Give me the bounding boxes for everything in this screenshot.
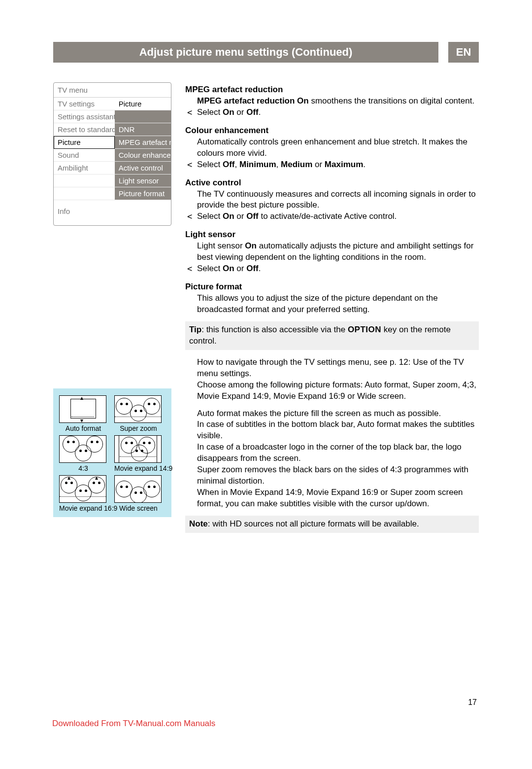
pformat-auto3: In case of a broadcaster logo in the cor… [197, 442, 479, 464]
tip-box: Tip: this function is also accessible vi… [185, 321, 479, 350]
menu-item-sound[interactable]: Sound [54, 149, 115, 162]
tv-menu-panel: TV menu TV settings Settings assistant R… [53, 82, 171, 226]
submenu-active-control[interactable]: Active control [115, 162, 171, 175]
menu-item-blank [54, 187, 115, 200]
note-box: Note: with HD sources not all picture fo… [185, 516, 479, 533]
pformat-choose: Choose among the following picture forma… [197, 380, 479, 402]
thumb-movie-16-9: ▴ ▴ [59, 475, 106, 503]
pformat-movie: When in Movie Expand 14:9, Movie Expand … [197, 487, 479, 510]
thumb-wide-screen [114, 475, 162, 503]
menu-item-ambilight[interactable]: Ambilight [54, 162, 115, 175]
thumb-label: 4:3 [59, 464, 107, 472]
menu-item-blank [54, 175, 115, 187]
thumb-label: Movie expand 16:9 [59, 504, 107, 512]
thumb-label: Auto format [59, 424, 107, 432]
section-title-pformat: Picture format [185, 281, 479, 293]
submenu-current[interactable]: ............ [115, 110, 171, 123]
pformat-auto2: In case of subtitles in the bottom black… [197, 419, 479, 442]
tv-menu-title: TV menu [54, 83, 171, 98]
section-title-colour: Colour enhancement [185, 125, 479, 137]
body-text-column: MPEG artefact reduction MPEG artefact re… [185, 82, 479, 540]
colour-bullet: Select Off, Minimum, Medium or Maximum. [197, 159, 479, 171]
menu-item-reset[interactable]: Reset to standard [54, 123, 115, 136]
submenu-colour-enhance[interactable]: Colour enhancem.. [115, 149, 171, 162]
thumb-label: Wide screen [114, 504, 163, 512]
pformat-auto1: Auto format makes the picture fill the s… [197, 408, 479, 419]
menu-col-a-header: TV settings [54, 98, 115, 110]
thumb-movie-14-9 [114, 435, 162, 463]
thumb-label: Super zoom [114, 424, 163, 432]
thumb-4-3 [59, 435, 106, 463]
light-body: Light sensor On automatically adjusts th… [197, 241, 479, 263]
title-bar: Adjust picture menu settings (Continued)… [53, 42, 479, 63]
section-title-light: Light sensor [185, 229, 479, 241]
mpeg-bullet: Select On or Off. [197, 107, 479, 118]
menu-info-label: Info [54, 200, 171, 225]
thumb-label: Movie expand 14:9 [114, 464, 163, 472]
footer-download-link[interactable]: Downloaded From TV-Manual.com Manuals [52, 719, 215, 729]
thumb-super-zoom [114, 395, 162, 423]
submenu-light-sensor[interactable]: Light sensor [115, 175, 171, 187]
submenu-dnr[interactable]: DNR [115, 123, 171, 136]
menu-col-b-header: Picture [115, 98, 171, 110]
light-bullet: Select On or Off. [197, 263, 479, 275]
thumb-auto-format: ▴ ▾ [59, 395, 106, 423]
submenu-mpeg[interactable]: MPEG artefact red. [115, 136, 171, 149]
section-title-mpeg: MPEG artefact reduction [185, 84, 479, 96]
page-number: 17 [468, 698, 477, 707]
pformat-nav: How to navigate through the TV settings … [197, 357, 479, 380]
language-badge: EN [448, 42, 479, 63]
active-body: The TV continuously measures and correct… [197, 189, 479, 211]
pformat-intro: This allows you to adjust the size of th… [197, 293, 479, 315]
section-title-active: Active control [185, 177, 479, 189]
menu-item-picture[interactable]: Picture [54, 136, 115, 149]
active-bullet: Select On or Off to activate/de-activate… [197, 211, 479, 222]
submenu-picture-format[interactable]: Picture format [115, 187, 171, 200]
colour-body: Automatically controls green enhancement… [197, 137, 479, 159]
page-title: Adjust picture menu settings (Continued) [53, 42, 438, 63]
picture-format-thumbnails: ▴ ▾ Auto format Super zoom [53, 388, 171, 517]
mpeg-body: MPEG artefact reduction On smoothens the… [197, 96, 479, 107]
menu-item-settings-assistant[interactable]: Settings assistant [54, 110, 115, 123]
pformat-super: Super zoom removes the black bars on the… [197, 464, 479, 487]
